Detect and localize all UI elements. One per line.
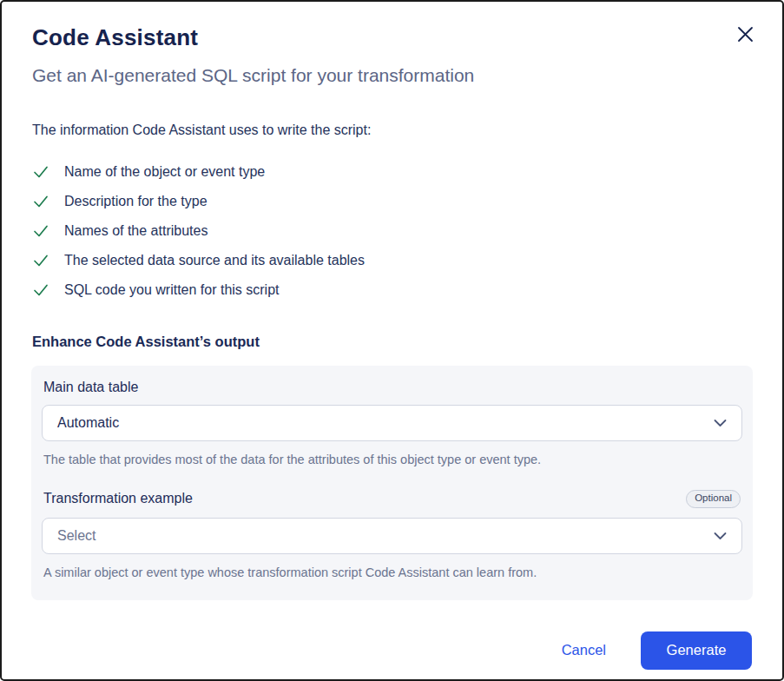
close-button[interactable] [732,21,758,47]
main-data-table-select[interactable]: Automatic [42,405,742,441]
chevron-down-icon [714,419,727,427]
transformation-example-label: Transformation example [43,491,193,506]
transformation-example-placeholder: Select [57,528,96,544]
section-heading: Enhance Code Assistant’s output [32,334,752,350]
check-icon [32,252,49,269]
intro-text: The information Code Assistant uses to w… [32,122,752,138]
checklist-item-label: The selected data source and its availab… [64,253,365,268]
check-icon [32,163,49,181]
checklist: Name of the object or event type Descrip… [32,164,752,298]
field-transformation-example: Transformation example Optional Select A… [42,490,742,579]
cancel-button[interactable]: Cancel [551,635,616,665]
check-icon [32,222,49,240]
transformation-example-helper: A similar object or event type whose tra… [42,565,742,579]
checklist-item: Names of the attributes [32,223,752,239]
checklist-item-label: Names of the attributes [64,223,208,239]
enhance-output-panel: Main data table Automatic The table that… [31,366,753,600]
optional-badge: Optional [686,490,741,508]
checklist-item: The selected data source and its availab… [32,253,752,268]
check-icon [32,281,49,299]
checklist-item-label: Description for the type [64,194,208,209]
main-data-table-helper: The table that provides most of the data… [42,453,742,466]
checklist-item: Name of the object or event type [32,164,752,180]
main-data-table-selected-value: Automatic [57,415,119,431]
dialog-title: Code Assistant [32,24,752,51]
dialog-subtitle: Get an AI-generated SQL script for your … [32,65,752,86]
transformation-example-select[interactable]: Select [42,518,742,554]
dialog-footer: Cancel Generate [32,631,752,670]
checklist-item: SQL code you written for this script [32,282,752,298]
check-icon [32,193,49,210]
main-data-table-label: Main data table [43,380,138,395]
generate-button[interactable]: Generate [641,631,752,670]
chevron-down-icon [714,532,727,540]
close-icon [737,26,754,43]
code-assistant-dialog: Code Assistant Get an AI-generated SQL s… [0,0,784,681]
field-main-data-table: Main data table Automatic The table that… [42,380,742,466]
checklist-item-label: Name of the object or event type [64,164,265,180]
checklist-item: Description for the type [32,194,752,209]
checklist-item-label: SQL code you written for this script [64,282,280,298]
